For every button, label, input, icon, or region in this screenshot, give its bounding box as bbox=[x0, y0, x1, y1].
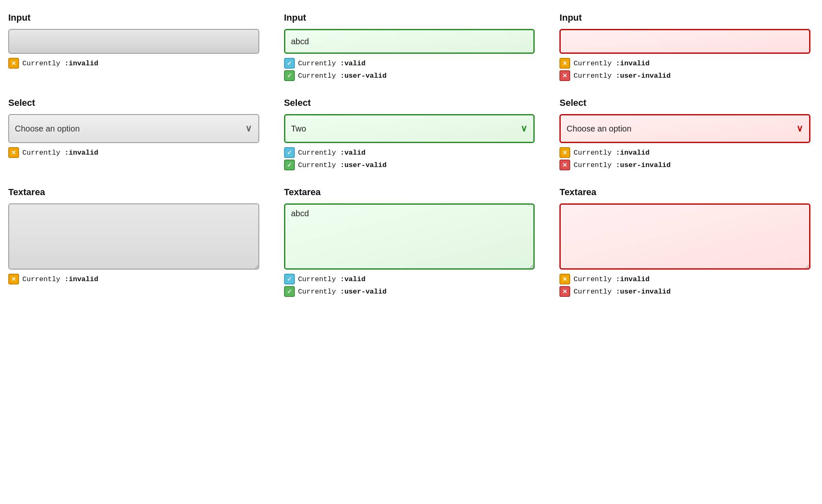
status-item-1: ✕Currently :user-invalid bbox=[559, 70, 810, 81]
textarea-field-col-invalid[interactable] bbox=[559, 203, 810, 270]
status-text: Currently :invalid bbox=[573, 149, 650, 157]
status-text: Currently :user-valid bbox=[298, 72, 387, 80]
status-text: Currently :invalid bbox=[22, 275, 98, 283]
status-list-select-col-neutral: ✕Currently :invalid bbox=[8, 147, 259, 158]
main-grid: Input✕Currently :invalidInput✓Currently … bbox=[8, 12, 810, 297]
status-icon-orange-x: ✕ bbox=[559, 58, 570, 69]
status-item-1: ✕Currently :user-invalid bbox=[559, 286, 810, 297]
cell-input-col-valid: Input✓Currently :valid✓Currently :user-v… bbox=[284, 12, 535, 81]
status-text: Currently :valid bbox=[298, 60, 366, 67]
status-text: Currently :invalid bbox=[22, 60, 98, 67]
cell-select-col-neutral: SelectChoose an optionOneTwoThree∨✕Curre… bbox=[8, 98, 259, 170]
status-text: Currently :user-valid bbox=[298, 161, 387, 169]
textarea-label-col-valid: Textarea bbox=[284, 187, 535, 198]
cell-textarea-col-neutral: Textarea✕Currently :invalid bbox=[8, 187, 259, 297]
status-icon-orange-x: ✕ bbox=[8, 147, 19, 158]
status-item-0: ✕Currently :invalid bbox=[559, 147, 810, 158]
status-icon-red-x: ✕ bbox=[559, 70, 570, 81]
status-text: Currently :user-invalid bbox=[573, 288, 671, 296]
status-list-input-col-neutral: ✕Currently :invalid bbox=[8, 58, 259, 69]
select-field-col-invalid[interactable]: Choose an optionOneTwoThree bbox=[559, 114, 810, 143]
status-icon-orange-x: ✕ bbox=[559, 274, 570, 284]
cell-input-col-neutral: Input✕Currently :invalid bbox=[8, 12, 259, 81]
status-item-1: ✓Currently :user-valid bbox=[284, 286, 535, 297]
select-wrapper-col-invalid: Choose an optionOneTwoThree∨ bbox=[559, 114, 810, 143]
select-field-col-neutral[interactable]: Choose an optionOneTwoThree bbox=[8, 114, 259, 143]
status-text: Currently :user-valid bbox=[298, 288, 387, 296]
select-label-col-invalid: Select bbox=[559, 98, 810, 108]
status-list-select-col-valid: ✓Currently :valid✓Currently :user-valid bbox=[284, 147, 535, 170]
status-list-textarea-col-invalid: ✕Currently :invalid✕Currently :user-inva… bbox=[559, 274, 810, 297]
status-icon-orange-x: ✕ bbox=[559, 147, 570, 158]
status-item-0: ✕Currently :invalid bbox=[8, 274, 259, 284]
textarea-label-col-neutral: Textarea bbox=[8, 187, 259, 198]
status-text: Currently :invalid bbox=[573, 60, 650, 67]
status-list-textarea-col-neutral: ✕Currently :invalid bbox=[8, 274, 259, 284]
select-label-col-neutral: Select bbox=[8, 98, 259, 108]
input-label-col-neutral: Input bbox=[8, 12, 259, 23]
status-list-textarea-col-valid: ✓Currently :valid✓Currently :user-valid bbox=[284, 274, 535, 297]
cell-select-col-invalid: SelectChoose an optionOneTwoThree∨✕Curre… bbox=[559, 98, 810, 170]
status-icon-red-x: ✕ bbox=[559, 286, 570, 297]
status-text: Currently :valid bbox=[298, 149, 366, 157]
status-text: Currently :invalid bbox=[573, 275, 650, 283]
status-list-input-col-valid: ✓Currently :valid✓Currently :user-valid bbox=[284, 58, 535, 81]
status-icon-orange-x: ✕ bbox=[8, 58, 19, 69]
select-label-col-valid: Select bbox=[284, 98, 535, 108]
input-label-col-invalid: Input bbox=[559, 12, 810, 23]
status-icon-blue-check: ✓ bbox=[284, 147, 295, 158]
status-item-1: ✓Currently :user-valid bbox=[284, 160, 535, 170]
cell-textarea-col-invalid: Textarea✕Currently :invalid✕Currently :u… bbox=[559, 187, 810, 297]
status-list-input-col-invalid: ✕Currently :invalid✕Currently :user-inva… bbox=[559, 58, 810, 81]
status-item-0: ✓Currently :valid bbox=[284, 147, 535, 158]
status-text: Currently :invalid bbox=[22, 149, 98, 157]
status-item-1: ✓Currently :user-valid bbox=[284, 70, 535, 81]
textarea-field-col-valid[interactable] bbox=[284, 203, 535, 270]
status-icon-green-check: ✓ bbox=[284, 70, 295, 81]
status-text: Currently :valid bbox=[298, 275, 366, 283]
input-field-col-neutral[interactable] bbox=[8, 29, 259, 54]
status-icon-red-x: ✕ bbox=[559, 160, 570, 170]
status-item-1: ✕Currently :user-invalid bbox=[559, 160, 810, 170]
status-item-0: ✕Currently :invalid bbox=[559, 274, 810, 284]
status-list-select-col-invalid: ✕Currently :invalid✕Currently :user-inva… bbox=[559, 147, 810, 170]
input-field-col-valid[interactable] bbox=[284, 29, 535, 54]
status-item-0: ✕Currently :invalid bbox=[559, 58, 810, 69]
status-icon-blue-check: ✓ bbox=[284, 58, 295, 69]
select-wrapper-col-neutral: Choose an optionOneTwoThree∨ bbox=[8, 114, 259, 143]
status-text: Currently :user-invalid bbox=[573, 161, 671, 169]
status-icon-green-check: ✓ bbox=[284, 160, 295, 170]
status-icon-orange-x: ✕ bbox=[8, 274, 19, 284]
status-item-0: ✓Currently :valid bbox=[284, 274, 535, 284]
input-label-col-valid: Input bbox=[284, 12, 535, 23]
status-icon-blue-check: ✓ bbox=[284, 274, 295, 284]
status-icon-green-check: ✓ bbox=[284, 286, 295, 297]
status-text: Currently :user-invalid bbox=[573, 72, 671, 80]
status-item-0: ✕Currently :invalid bbox=[8, 58, 259, 69]
status-item-0: ✕Currently :invalid bbox=[8, 147, 259, 158]
status-item-0: ✓Currently :valid bbox=[284, 58, 535, 69]
select-wrapper-col-valid: Choose an optionOneTwoThree∨ bbox=[284, 114, 535, 143]
cell-input-col-invalid: Input✕Currently :invalid✕Currently :user… bbox=[559, 12, 810, 81]
cell-textarea-col-valid: Textarea✓Currently :valid✓Currently :use… bbox=[284, 187, 535, 297]
textarea-field-col-neutral[interactable] bbox=[8, 203, 259, 270]
textarea-label-col-invalid: Textarea bbox=[559, 187, 810, 198]
select-field-col-valid[interactable]: Choose an optionOneTwoThree bbox=[284, 114, 535, 143]
cell-select-col-valid: SelectChoose an optionOneTwoThree∨✓Curre… bbox=[284, 98, 535, 170]
input-field-col-invalid[interactable] bbox=[559, 29, 810, 54]
